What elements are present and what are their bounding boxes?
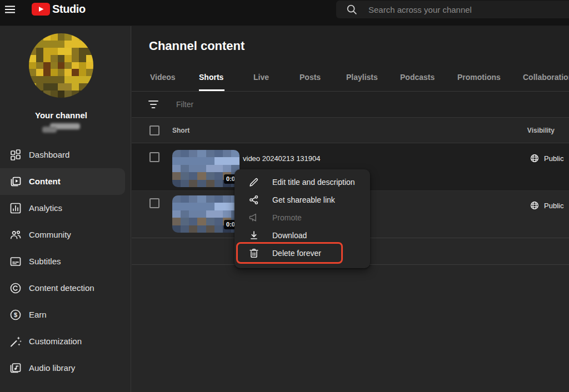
tab-videos[interactable]: Videos [150, 71, 176, 84]
sidebar-item-earn[interactable]: $ Earn [0, 301, 131, 328]
filter-input[interactable] [176, 96, 343, 113]
menu-item-delete-forever[interactable]: Delete forever [234, 244, 370, 262]
magnifier-icon [346, 3, 358, 16]
tab-collaborations[interactable]: Collaborations [523, 71, 569, 84]
page-title: Channel content [149, 39, 244, 53]
analytics-icon [9, 202, 22, 215]
empty-area [132, 265, 569, 392]
brand-wordmark: Studio [52, 3, 86, 16]
pencil-icon [248, 176, 260, 188]
video-title[interactable]: video 20240213 131904 [243, 154, 321, 163]
dashboard-icon [9, 148, 22, 162]
tab-shorts[interactable]: Shorts [199, 71, 223, 84]
sidebar-item-community[interactable]: Community [0, 222, 131, 248]
sidebar-item-dashboard[interactable]: Dashboard [0, 142, 131, 168]
trash-icon [248, 247, 260, 259]
menu-item-promote: Promote [234, 209, 370, 227]
content-header: Channel content Videos Shorts Live Posts… [132, 26, 569, 92]
globe-icon [530, 153, 540, 165]
avatar-pixelated-image [29, 33, 93, 98]
video-options-context-menu: Edit title and description Get shareable… [234, 169, 370, 268]
filter-bar [132, 92, 569, 118]
share-icon [248, 194, 260, 206]
short-thumbnail[interactable]: 0:0 [172, 195, 239, 233]
download-icon [248, 229, 260, 242]
channel-name-blurred-2 [42, 127, 57, 133]
select-all-checkbox[interactable] [149, 125, 159, 135]
sidebar-item-subtitles[interactable]: Subtitles [0, 248, 131, 275]
row-checkbox[interactable] [149, 198, 159, 208]
filter-icon [148, 100, 158, 111]
your-channel-label: Your channel [0, 110, 122, 120]
wand-icon [9, 335, 22, 348]
audio-icon [9, 361, 22, 375]
channel-search [336, 1, 569, 18]
svg-text:$: $ [14, 311, 17, 318]
menu-item-edit-title[interactable]: Edit title and description [234, 173, 370, 191]
community-icon [9, 228, 22, 242]
dollar-icon: $ [9, 308, 22, 321]
sidebar-item-analytics[interactable]: Analytics [0, 195, 131, 222]
sidebar-item-content[interactable]: Content [0, 168, 131, 195]
sidebar-item-audio-library[interactable]: Audio library [0, 355, 131, 381]
subtitles-icon [9, 255, 22, 268]
hamburger-icon[interactable] [3, 3, 17, 16]
tab-promotions[interactable]: Promotions [457, 71, 501, 84]
tab-playlists[interactable]: Playlists [346, 71, 378, 84]
channel-avatar[interactable] [29, 33, 93, 98]
youtube-logo-icon[interactable] [32, 3, 50, 16]
menu-item-download[interactable]: Download [234, 227, 370, 244]
tab-posts[interactable]: Posts [300, 71, 321, 84]
topbar: Studio [0, 0, 569, 26]
column-header-visibility: Visibility [527, 118, 555, 143]
tab-live[interactable]: Live [253, 71, 269, 84]
sidebar: Your channel Dashboard Content [0, 26, 131, 392]
sidebar-item-customization[interactable]: Customization [0, 328, 131, 355]
row-checkbox[interactable] [149, 152, 159, 162]
sidebar-item-content-detection[interactable]: Content detection [0, 275, 131, 301]
column-header-short: Short [172, 118, 189, 143]
globe-icon [530, 200, 540, 213]
search-input[interactable] [368, 1, 563, 18]
short-thumbnail[interactable]: 0:0 [172, 150, 239, 187]
content-icon [9, 175, 22, 188]
tab-podcasts[interactable]: Podcasts [400, 71, 435, 84]
megaphone-icon [248, 212, 260, 224]
table-header-row: Short Visibility [132, 118, 569, 143]
youtube-studio-window: Studio Your channel Dashboard [0, 0, 569, 392]
menu-item-get-shareable-link[interactable]: Get shareable link [234, 191, 370, 209]
active-tab-underline [199, 89, 224, 91]
visibility-value: Public [544, 202, 563, 210]
copyright-icon [9, 282, 22, 295]
visibility-value: Public [544, 154, 563, 163]
